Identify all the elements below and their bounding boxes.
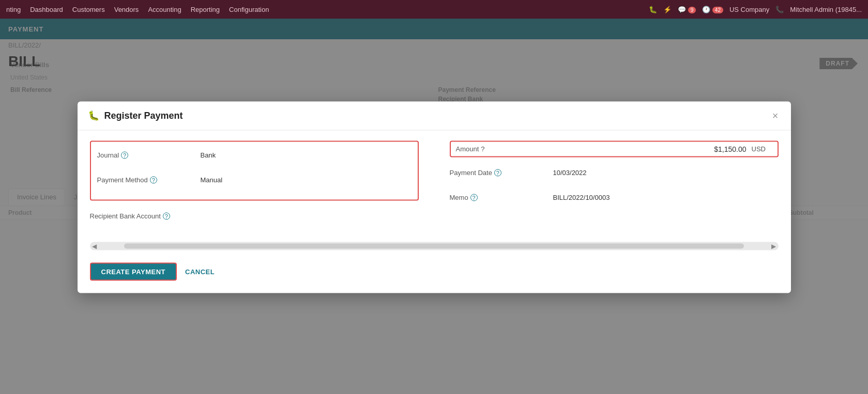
dialog-bug-icon: 🐛 <box>88 110 99 121</box>
payment-method-row: Payment Method ? Manual <box>97 170 412 189</box>
dialog-close-button[interactable]: × <box>770 109 781 121</box>
clock-icon[interactable]: 🕐 42 <box>702 6 723 13</box>
right-form-section: Amount ? $1,150.00 USD Payment Date ? 10… <box>450 140 779 231</box>
cancel-button[interactable]: CANCEL <box>185 267 215 275</box>
amount-value[interactable]: $1,150.00 <box>508 145 747 153</box>
dialog-header: 🐛 Register Payment × <box>78 101 791 130</box>
scrollbar-left-arrow[interactable]: ◀ <box>90 242 99 249</box>
journal-row: Journal ? Bank <box>97 146 412 164</box>
left-form-section: Journal ? Bank Payment Method ? Manual <box>90 140 419 231</box>
payment-method-value[interactable]: Manual <box>201 176 412 184</box>
company-name: US Company <box>729 6 769 13</box>
app-name: nting <box>6 6 21 13</box>
nav-reporting[interactable]: Reporting <box>191 6 220 13</box>
amount-row: Amount ? $1,150.00 USD <box>450 140 779 157</box>
dialog-scrollbar[interactable]: ◀ ▶ <box>90 242 779 250</box>
amount-help-icon[interactable]: ? <box>481 145 484 153</box>
chat-icon[interactable]: 💬 9 <box>678 6 696 13</box>
recipient-bank-help-icon[interactable]: ? <box>163 212 170 219</box>
dialog-title: Register Payment <box>104 110 765 121</box>
scrollbar-right-arrow[interactable]: ▶ <box>769 242 778 249</box>
payment-date-help-icon[interactable]: ? <box>494 169 501 176</box>
activity-icon[interactable]: ⚡ <box>663 6 672 13</box>
memo-value[interactable]: BILL/2022/10/0003 <box>553 194 779 201</box>
create-payment-button[interactable]: CREATE PAYMENT <box>90 262 177 280</box>
payment-date-label: Payment Date ? <box>450 169 553 177</box>
journal-label: Journal ? <box>97 151 201 159</box>
scrollbar-thumb[interactable] <box>124 243 744 248</box>
dialog-actions: CREATE PAYMENT CANCEL <box>78 258 791 280</box>
phone-icon[interactable]: 📞 <box>775 6 784 13</box>
dialog-form-grid: Journal ? Bank Payment Method ? Manual <box>90 140 779 231</box>
dialog-body: Journal ? Bank Payment Method ? Manual <box>78 130 791 242</box>
nav-vendors[interactable]: Vendors <box>114 6 139 13</box>
journal-help-icon[interactable]: ? <box>121 151 128 159</box>
bug-icon[interactable]: 🐛 <box>649 6 657 13</box>
user-avatar[interactable]: Mitchell Admin (19845... <box>790 6 862 13</box>
nav-customers[interactable]: Customers <box>72 6 105 13</box>
top-navigation: nting Dashboard Customers Vendors Accoun… <box>0 0 868 19</box>
nav-dashboard[interactable]: Dashboard <box>30 6 63 13</box>
payment-method-help-icon[interactable]: ? <box>150 176 157 183</box>
nav-configuration[interactable]: Configuration <box>229 6 269 13</box>
journal-value[interactable]: Bank <box>201 151 412 159</box>
recipient-bank-row: Recipient Bank Account ? <box>90 207 419 225</box>
amount-currency[interactable]: USD <box>752 145 772 153</box>
payment-date-value[interactable]: 10/03/2022 <box>553 169 779 177</box>
top-nav-right: 🐛 ⚡ 💬 9 🕐 42 US Company 📞 Mitchell Admin… <box>649 6 862 13</box>
amount-label: Amount ? <box>456 145 502 153</box>
memo-label: Memo ? <box>450 194 553 201</box>
recipient-bank-label: Recipient Bank Account ? <box>90 212 193 220</box>
payment-method-label: Payment Method ? <box>97 176 201 184</box>
payment-date-row: Payment Date ? 10/03/2022 <box>450 163 779 182</box>
memo-row: Memo ? BILL/2022/10/0003 <box>450 188 779 207</box>
nav-accounting[interactable]: Accounting <box>148 6 181 13</box>
journal-payment-box: Journal ? Bank Payment Method ? Manual <box>90 140 419 200</box>
memo-help-icon[interactable]: ? <box>470 194 478 201</box>
register-payment-dialog: 🐛 Register Payment × Journal ? Bank <box>78 101 791 293</box>
